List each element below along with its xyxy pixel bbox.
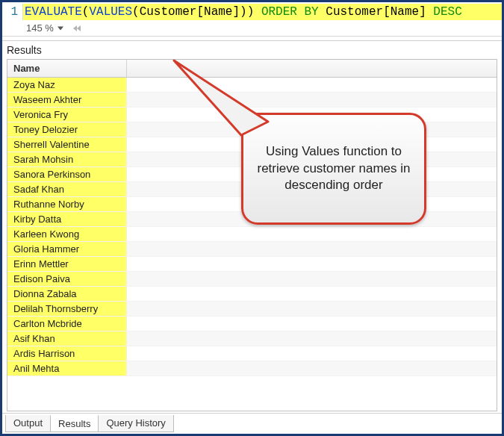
table-row[interactable]: Asif Khan [7, 331, 497, 346]
cell-name: Ruthanne Norby [7, 197, 127, 211]
callout-text: Using Values function to retrieve custom… [257, 143, 411, 195]
space-2 [319, 5, 326, 19]
code-line[interactable]: EVALUATE(VALUES(Customer[Name])) ORDER B… [23, 4, 502, 20]
tab-results[interactable]: Results [50, 415, 99, 432]
cell-name: Veronica Fry [7, 108, 127, 122]
punct-lp1: ( [82, 5, 90, 19]
cell-name: Sherrell Valentine [7, 137, 127, 152]
cell-name: Kirby Datta [7, 212, 127, 226]
app-frame: 1 EVALUATE(VALUES(Customer[Name])) ORDER… [0, 0, 504, 436]
table-row[interactable]: Carlton Mcbride [7, 317, 497, 331]
col-ref-1: Customer[Name] [140, 5, 240, 19]
tab-query-history[interactable]: Query History [98, 415, 173, 432]
cell-name: Dionna Zabala [7, 287, 127, 301]
column-header-name[interactable]: Name [7, 60, 127, 77]
col-ref-2: Customer[Name] [326, 5, 426, 19]
cell-name: Toney Delozier [7, 122, 127, 137]
cell-name: Delilah Thornsberry [7, 302, 127, 316]
chevron-down-icon[interactable] [56, 24, 65, 33]
cell-name: Carlton Mcbride [7, 317, 127, 331]
table-row[interactable]: Ardis Harrison [7, 346, 497, 361]
cell-name: Asif Khan [7, 331, 127, 346]
cell-name: Gloria Hammer [7, 242, 127, 256]
line-number: 1 [2, 4, 23, 20]
zoom-value: 145 % [26, 22, 54, 34]
table-row[interactable]: Edison Paiva [7, 272, 497, 287]
cell-name: Sadaf Khan [7, 182, 127, 196]
kw-evaluate: EVALUATE [25, 5, 82, 19]
bottom-tabs: Output Results Query History [2, 413, 502, 434]
cell-name: Sanora Perkinson [7, 167, 127, 181]
cell-name: Sarah Mohsin [7, 152, 127, 166]
cell-name: Anil Mehta [7, 361, 127, 376]
results-panel-title: Results [2, 41, 502, 57]
punct-lp2: ( [132, 5, 140, 19]
query-editor[interactable]: 1 EVALUATE(VALUES(Customer[Name])) ORDER… [2, 2, 502, 36]
nav-prev-icon[interactable] [72, 23, 82, 34]
callout-pointer-icon [172, 59, 277, 141]
editor-line[interactable]: 1 EVALUATE(VALUES(Customer[Name])) ORDER… [2, 4, 502, 20]
table-row[interactable]: Erinn Mettler [7, 257, 497, 272]
kw-desc: DESC [433, 5, 461, 19]
table-row[interactable]: Delilah Thornsberry [7, 302, 497, 317]
space-1 [254, 5, 261, 19]
space-3 [426, 5, 434, 19]
punct-rp2: ) [240, 5, 247, 19]
kw-order-by: ORDER BY [261, 5, 319, 19]
kw-values: VALUES [89, 5, 132, 19]
cell-name: Edison Paiva [7, 272, 127, 286]
svg-marker-0 [174, 60, 268, 135]
cell-name: Zoya Naz [7, 78, 127, 92]
cell-name: Erinn Mettler [7, 257, 127, 271]
table-row[interactable]: Dionna Zabala [7, 287, 497, 302]
punct-rp1: ) [247, 5, 255, 19]
annotation-callout: Using Values function to retrieve custom… [241, 113, 426, 225]
cell-name: Waseem Akhter [7, 93, 127, 107]
cell-name: Karleen Kwong [7, 227, 127, 241]
table-row[interactable]: Karleen Kwong [7, 227, 497, 242]
table-row[interactable]: Gloria Hammer [7, 242, 497, 257]
table-row[interactable]: Anil Mehta [7, 361, 497, 376]
cell-name: Ardis Harrison [7, 346, 127, 361]
zoom-control[interactable]: 145 % [2, 20, 502, 36]
tab-output[interactable]: Output [5, 415, 51, 432]
